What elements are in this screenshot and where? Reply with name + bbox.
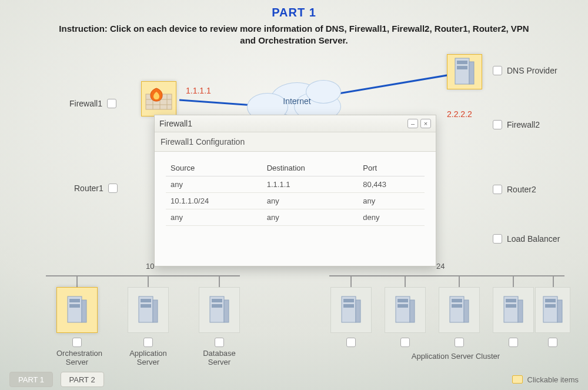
cluster-4-checkbox[interactable] <box>509 338 518 347</box>
router2-checkbox[interactable] <box>493 185 502 194</box>
svg-rect-23 <box>212 304 222 308</box>
svg-rect-26 <box>343 299 354 302</box>
svg-rect-18 <box>141 299 151 302</box>
table-row: any any deny <box>166 209 425 226</box>
router2-row[interactable]: Router2 <box>493 185 536 194</box>
cell: any <box>262 209 359 226</box>
dns-provider-row[interactable]: DNS Provider <box>493 66 557 75</box>
drop-2 <box>148 275 149 288</box>
firewall2-checkbox[interactable] <box>493 120 502 129</box>
svg-rect-15 <box>69 304 80 308</box>
cluster-1-checkbox[interactable] <box>346 338 356 347</box>
firewall-icon <box>145 87 173 111</box>
svg-rect-21 <box>224 300 229 322</box>
firewall-rules-table: Source Destination Port any 1.1.1.1 80,4… <box>166 160 425 226</box>
dialog-title: Firewall1 <box>159 119 192 128</box>
legend-clickable: Clickable items <box>512 375 579 384</box>
dns-provider-device[interactable] <box>447 54 482 89</box>
orchestration-server-device[interactable]: Orchestration Server <box>56 287 98 367</box>
minimize-button[interactable]: – <box>407 119 418 128</box>
legend-label: Clickable items <box>527 375 579 384</box>
server-icon <box>338 295 364 325</box>
dns-provider-label: DNS Provider <box>507 66 557 75</box>
tab-part1[interactable]: PART 1 <box>9 372 53 387</box>
svg-rect-35 <box>452 304 462 308</box>
cluster-5-checkbox[interactable] <box>548 338 557 347</box>
firewall2-ip: 2.2.2.2 <box>447 109 472 119</box>
svg-rect-30 <box>397 299 408 302</box>
server-icon <box>500 295 526 325</box>
svg-rect-4 <box>457 61 467 64</box>
cluster-2-checkbox[interactable] <box>400 338 410 347</box>
drop-4 <box>350 275 352 288</box>
col-port: Port <box>358 160 425 176</box>
router1-checkbox[interactable] <box>108 184 118 193</box>
svg-rect-42 <box>545 299 556 302</box>
col-source: Source <box>166 160 262 176</box>
database-server-device[interactable]: Database Server <box>199 287 240 367</box>
svg-rect-25 <box>356 300 360 322</box>
application-server-checkbox[interactable] <box>143 338 153 347</box>
page-title: PART 1 <box>0 0 588 19</box>
cell: any <box>262 193 359 209</box>
table-row: 10.1.1.0/24 any any <box>166 193 425 209</box>
load-balancer-checkbox[interactable] <box>493 234 502 244</box>
subnet-right-fragment: 24 <box>436 262 445 271</box>
server-icon <box>446 295 472 325</box>
firewall1-config-dialog[interactable]: Firewall1 – × Firewall1 Configuration So… <box>154 115 436 266</box>
svg-rect-39 <box>506 304 516 308</box>
server-icon <box>64 295 90 325</box>
cluster-server-1[interactable] <box>330 287 372 347</box>
svg-rect-31 <box>397 304 408 308</box>
database-server-checkbox[interactable] <box>215 338 224 347</box>
firewall1-row[interactable]: Firewall1 <box>69 99 116 108</box>
cell: 80,443 <box>358 176 425 193</box>
application-server-device[interactable]: Application Server <box>128 287 169 367</box>
drop-8 <box>553 275 554 288</box>
cell: 1.1.1.1 <box>262 176 359 193</box>
svg-rect-38 <box>506 299 516 302</box>
router1-row[interactable]: Router1 <box>74 184 118 193</box>
svg-rect-27 <box>343 304 354 308</box>
cluster-server-5[interactable] <box>535 287 570 347</box>
cluster-server-3[interactable] <box>439 287 480 347</box>
load-balancer-label: Load Balancer <box>507 234 560 244</box>
cluster-server-4[interactable] <box>493 287 534 347</box>
drop-1 <box>76 275 78 288</box>
legend-swatch <box>512 375 523 384</box>
col-destination: Destination <box>262 160 359 176</box>
cluster-server-2[interactable] <box>385 287 426 347</box>
firewall1-checkbox[interactable] <box>107 99 116 108</box>
cluster-3-checkbox[interactable] <box>455 338 464 347</box>
svg-line-1 <box>335 74 457 94</box>
svg-rect-37 <box>518 300 523 322</box>
close-button[interactable]: × <box>420 119 431 128</box>
svg-rect-34 <box>452 299 462 302</box>
orchestration-checkbox[interactable] <box>72 338 82 347</box>
cell: 10.1.1.0/24 <box>166 193 262 209</box>
dns-provider-checkbox[interactable] <box>493 66 502 75</box>
cell: any <box>358 193 425 209</box>
instruction-text: Instruction: Click on each device to rev… <box>53 23 535 47</box>
svg-rect-17 <box>153 300 158 322</box>
drop-6 <box>459 275 460 288</box>
firewall2-row[interactable]: Firewall2 <box>493 120 540 129</box>
firewall1-ip: 1.1.1.1 <box>186 86 211 95</box>
internet-label: Internet <box>247 96 347 106</box>
firewall2-label: Firewall2 <box>507 120 540 129</box>
bus-left <box>46 275 240 276</box>
application-server-label: Application Server <box>128 349 169 367</box>
svg-rect-13 <box>82 300 86 322</box>
firewall1-device[interactable] <box>141 81 176 116</box>
drop-3 <box>219 275 220 288</box>
server-icon <box>392 295 418 325</box>
svg-rect-19 <box>141 304 151 308</box>
tab-part2[interactable]: PART 2 <box>61 372 104 387</box>
svg-rect-14 <box>69 299 80 302</box>
load-balancer-row[interactable]: Load Balancer <box>493 234 560 244</box>
cell: deny <box>358 209 425 226</box>
svg-rect-29 <box>410 300 415 322</box>
svg-rect-22 <box>212 299 222 302</box>
server-icon <box>540 295 566 325</box>
svg-rect-5 <box>457 66 467 69</box>
